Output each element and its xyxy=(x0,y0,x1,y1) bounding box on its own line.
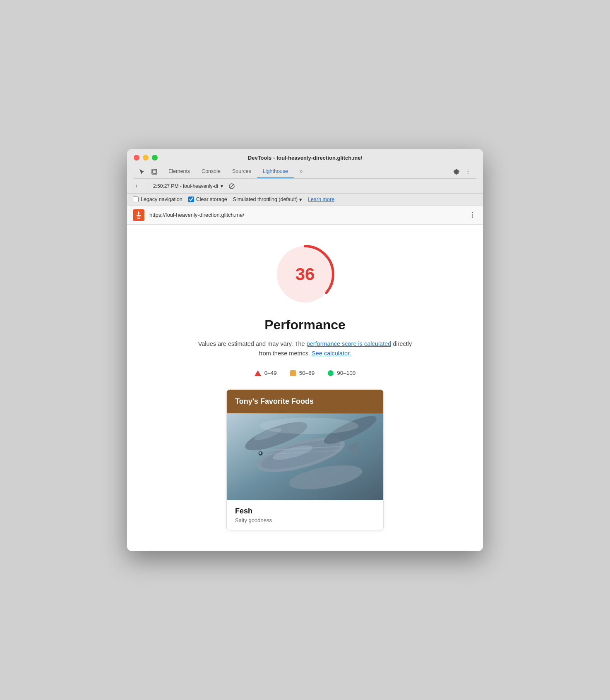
dropdown-arrow-icon: ▾ xyxy=(221,183,223,189)
url-menu-dots-icon[interactable]: ⋮ xyxy=(467,210,477,220)
url-text: https://foul-heavenly-direction.glitch.m… xyxy=(149,212,462,218)
performance-description: Values are estimated and may vary. The p… xyxy=(197,339,413,358)
green-circle-icon xyxy=(328,370,334,376)
tab-console[interactable]: Console xyxy=(196,165,226,178)
throttle-select[interactable]: Simulated throttling (default) ▾ xyxy=(233,197,302,203)
score-legend: 0–49 50–89 90–100 xyxy=(255,370,356,376)
legend-red-label: 0–49 xyxy=(264,370,277,376)
vertical-dots-icon[interactable]: ⋮ xyxy=(463,167,473,177)
legend-item-green: 90–100 xyxy=(328,370,355,376)
tabs-right-icons: ⋮ xyxy=(451,167,476,177)
maximize-button[interactable] xyxy=(152,155,158,161)
throttle-label: Simulated throttling (default) xyxy=(233,197,298,202)
svg-point-23 xyxy=(260,418,359,434)
browser-window: DevTools - foul-heavenly-direction.glitc… xyxy=(127,149,483,551)
legend-item-orange: 50–89 xyxy=(290,370,315,376)
description-text-1: Values are estimated and may vary. The xyxy=(198,340,307,347)
options-row: Legacy navigation Clear storage Simulate… xyxy=(127,194,483,206)
settings-icon[interactable] xyxy=(451,167,461,177)
close-button[interactable] xyxy=(134,155,139,161)
tab-more[interactable]: » xyxy=(294,165,308,178)
svg-rect-7 xyxy=(137,218,140,219)
legacy-nav-checkbox[interactable] xyxy=(133,197,139,202)
food-card-header: Tony's Favorite Foods xyxy=(227,390,383,413)
score-circle: 36 xyxy=(272,241,338,307)
window-title: DevTools - foul-heavenly-direction.glitc… xyxy=(248,155,362,161)
tab-icon-group xyxy=(134,165,163,178)
score-number: 36 xyxy=(295,264,315,284)
toolbar-divider xyxy=(147,182,147,190)
tab-elements[interactable]: Elements xyxy=(163,165,196,178)
lighthouse-logo-icon xyxy=(133,209,144,221)
performance-heading: Performance xyxy=(264,317,346,333)
food-card-body: Fesh Salty goodness xyxy=(227,500,383,530)
food-card: Tony's Favorite Foods xyxy=(226,389,384,530)
food-card-image xyxy=(227,413,383,500)
timestamp-selector[interactable]: 2:50:27 PM - foul-heavenly-di ▾ xyxy=(153,183,223,189)
throttle-arrow-icon: ▾ xyxy=(299,197,302,203)
add-button[interactable]: + xyxy=(132,182,141,191)
food-description: Salty goodness xyxy=(235,517,375,523)
legacy-nav-option[interactable]: Legacy navigation xyxy=(133,197,183,202)
traffic-lights xyxy=(134,155,158,161)
legend-item-red: 0–49 xyxy=(255,370,277,376)
food-name: Fesh xyxy=(235,507,375,515)
legend-orange-label: 50–89 xyxy=(299,370,315,376)
perf-score-link[interactable]: performance score is calculated xyxy=(307,340,391,347)
orange-square-icon xyxy=(290,370,296,376)
clear-storage-checkbox[interactable] xyxy=(188,197,194,202)
calculator-link[interactable]: See calculator. xyxy=(312,350,351,357)
url-row: https://foul-heavenly-direction.glitch.m… xyxy=(127,206,483,225)
clear-storage-option[interactable]: Clear storage xyxy=(188,197,227,202)
tab-sources[interactable]: Sources xyxy=(226,165,257,178)
main-content: 36 Performance Values are estimated and … xyxy=(127,225,483,551)
minimize-button[interactable] xyxy=(143,155,149,161)
block-icon[interactable] xyxy=(227,182,236,191)
devtools-tabs-row: Elements Console Sources Lighthouse » ⋮ xyxy=(134,165,476,179)
svg-point-21 xyxy=(259,452,261,454)
legend-green-label: 90–100 xyxy=(337,370,355,376)
title-bar: DevTools - foul-heavenly-direction.glitc… xyxy=(127,149,483,179)
toolbar-row: + 2:50:27 PM - foul-heavenly-di ▾ xyxy=(127,179,483,194)
svg-line-3 xyxy=(230,184,233,188)
layers-icon[interactable] xyxy=(149,167,159,177)
svg-rect-1 xyxy=(153,170,156,173)
svg-rect-5 xyxy=(137,215,141,216)
tab-lighthouse[interactable]: Lighthouse xyxy=(257,165,294,178)
clear-storage-label: Clear storage xyxy=(196,197,227,202)
svg-rect-6 xyxy=(137,216,141,217)
timestamp-text: 2:50:27 PM - foul-heavenly-di xyxy=(153,183,218,189)
red-triangle-icon xyxy=(255,370,261,376)
legacy-nav-label: Legacy navigation xyxy=(141,197,183,202)
cursor-icon[interactable] xyxy=(137,167,147,177)
fish-image-svg xyxy=(227,413,383,500)
learn-more-link[interactable]: Learn more xyxy=(308,197,334,202)
